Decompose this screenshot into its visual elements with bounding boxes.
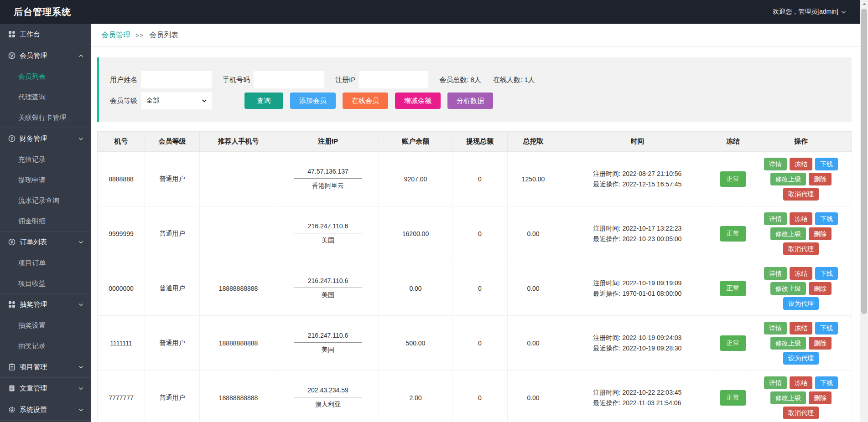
member-icon xyxy=(8,52,16,59)
sidebar-item-project-management[interactable]: 项目管理 xyxy=(0,356,91,377)
detail-button[interactable]: 详情 xyxy=(764,322,787,335)
change-parent-button[interactable]: 修改上级 xyxy=(770,227,806,240)
register-ip-input[interactable] xyxy=(359,71,428,88)
phone-input[interactable] xyxy=(254,71,324,88)
change-parent-button[interactable]: 修改上级 xyxy=(770,391,806,404)
sidebar-item-system-settings[interactable]: 系统设置 xyxy=(0,399,91,420)
freeze-status-button[interactable]: 正常 xyxy=(720,281,746,296)
scroll-up-arrow-icon[interactable] xyxy=(860,0,868,8)
register-time: 注册时间: 2022-08-27 21:10:56 xyxy=(593,169,682,179)
freeze-button[interactable]: 冻结 xyxy=(790,322,812,335)
user-menu[interactable]: 欢迎您，管理员[admin] xyxy=(773,8,847,16)
sidebar-item-withdraw-requests[interactable]: 提现申请 xyxy=(0,170,91,190)
cell-balance: 9207.00 xyxy=(379,152,452,206)
ip-location: 美国 xyxy=(294,346,362,354)
cell-total-mined: 0.00 xyxy=(508,371,559,422)
change-parent-button[interactable]: 修改上级 xyxy=(770,282,806,295)
chevron-down-icon xyxy=(841,9,847,15)
sidebar-item-lottery-management[interactable]: 抽奖管理 xyxy=(0,294,91,315)
breadcrumb-parent-link[interactable]: 会员管理 xyxy=(101,31,130,40)
offline-button[interactable]: 下线 xyxy=(815,158,838,170)
cell-member-level: 普通用户 xyxy=(145,316,200,371)
sidebar-item-agent-query[interactable]: 代理查询 xyxy=(0,87,91,107)
cell-referrer-phone: 18888888888 xyxy=(200,371,277,422)
set-agent-button[interactable]: 设为代理 xyxy=(783,297,819,310)
ip-block: 216.247.110.6美国 xyxy=(294,222,362,245)
cancel-agent-button[interactable]: 取消代理 xyxy=(783,242,819,255)
detail-button[interactable]: 详情 xyxy=(764,158,787,170)
username-field: 用户姓名 xyxy=(110,71,212,88)
sidebar-item-order-list[interactable]: 订单列表 xyxy=(0,232,91,252)
cell-referrer-phone: 18888888888 xyxy=(200,316,277,371)
detail-button[interactable]: 详情 xyxy=(764,376,787,389)
adjust-balance-button[interactable]: 增减余额 xyxy=(395,93,441,109)
cell-freeze: 正常 xyxy=(716,371,750,422)
cell-withdraw-total: 0 xyxy=(452,316,508,371)
delete-button[interactable]: 删除 xyxy=(809,391,832,404)
freeze-status-button[interactable]: 正常 xyxy=(720,335,746,351)
sidebar-item-lottery-settings[interactable]: 抽奖设置 xyxy=(0,315,91,335)
sidebar-item-bank-card-management[interactable]: 关联银行卡管理 xyxy=(0,107,91,128)
detail-button[interactable]: 详情 xyxy=(764,267,787,280)
freeze-button[interactable]: 冻结 xyxy=(790,376,812,389)
member-level-selected-value: 全部 xyxy=(146,97,159,105)
cancel-agent-button[interactable]: 取消代理 xyxy=(783,407,819,419)
cell-total-mined: 0.00 xyxy=(508,261,559,316)
delete-button[interactable]: 删除 xyxy=(809,227,832,240)
action-button-row: 取消代理 xyxy=(757,405,845,420)
sidebar-item-commission-details[interactable]: 佣金明细 xyxy=(0,211,91,231)
offline-button[interactable]: 下线 xyxy=(815,212,838,225)
delete-button[interactable]: 删除 xyxy=(809,282,832,295)
cell-phone: 1111111 xyxy=(98,316,145,371)
set-agent-button[interactable]: 设为代理 xyxy=(783,352,819,365)
sidebar-item-finance-management[interactable]: 财务管理 xyxy=(0,128,91,149)
analyze-data-button[interactable]: 分析数据 xyxy=(447,93,493,109)
vertical-scrollbar[interactable] xyxy=(860,0,868,422)
column-header: 时间 xyxy=(559,132,716,152)
freeze-button[interactable]: 冻结 xyxy=(790,212,812,225)
sidebar-item-project-orders[interactable]: 项目订单 xyxy=(0,252,91,273)
settings-icon xyxy=(8,406,16,413)
search-button[interactable]: 查询 xyxy=(244,93,283,109)
change-parent-button[interactable]: 修改上级 xyxy=(770,337,806,350)
freeze-status-button[interactable]: 正常 xyxy=(720,390,746,406)
offline-button[interactable]: 下线 xyxy=(815,322,838,335)
offline-button[interactable]: 下线 xyxy=(815,267,838,280)
sidebar-item-member-list[interactable]: 会员列表 xyxy=(0,66,91,87)
chevron-down-icon xyxy=(201,98,208,104)
sidebar-item-recharge-records[interactable]: 充值记录 xyxy=(0,149,91,170)
phone-label: 手机号码 xyxy=(223,76,250,84)
sidebar-item-article-management[interactable]: 文章管理 xyxy=(0,378,91,399)
delete-button[interactable]: 删除 xyxy=(809,173,832,185)
sidebar-item-member-management[interactable]: 会员管理 xyxy=(0,45,91,66)
add-member-button[interactable]: 添加会员 xyxy=(290,93,336,109)
sidebar-item-transaction-records-query[interactable]: 流水记录查询 xyxy=(0,190,91,211)
freeze-status-button[interactable]: 正常 xyxy=(720,226,746,242)
sidebar-item-project-earnings[interactable]: 项目收益 xyxy=(0,273,91,293)
scrollbar-thumb[interactable] xyxy=(861,9,867,314)
sidebar-item-label: 项目管理 xyxy=(20,363,78,371)
table-row: 0000000普通用户18888888888216.247.110.6美国0.0… xyxy=(98,261,852,316)
freeze-button[interactable]: 冻结 xyxy=(790,158,812,170)
delete-button[interactable]: 删除 xyxy=(809,337,832,350)
column-header: 提现总额 xyxy=(452,132,508,152)
username-input[interactable] xyxy=(141,71,212,88)
project-icon xyxy=(8,363,16,371)
chevron-up-icon xyxy=(78,53,84,59)
freeze-status-button[interactable]: 正常 xyxy=(720,171,746,187)
cancel-agent-button[interactable]: 取消代理 xyxy=(783,188,819,201)
sidebar-item-workbench[interactable]: 工作台 xyxy=(0,24,91,45)
change-parent-button[interactable]: 修改上级 xyxy=(770,173,806,185)
member-level-select[interactable]: 全部 xyxy=(141,92,212,109)
detail-button[interactable]: 详情 xyxy=(764,212,787,225)
time-block: 注册时间: 2022-08-27 21:10:56最近操作: 2022-12-1… xyxy=(593,169,682,190)
sidebar-group-system-settings: 系统设置 xyxy=(0,399,91,421)
article-icon xyxy=(8,385,16,392)
freeze-button[interactable]: 冻结 xyxy=(790,267,812,280)
offline-button[interactable]: 下线 xyxy=(815,376,838,389)
online-members-button[interactable]: 在线会员 xyxy=(343,93,388,109)
action-buttons: 详情冻结下线修改上级删除取消代理 xyxy=(757,208,845,259)
cell-phone: 0000000 xyxy=(98,261,145,316)
sidebar-group-lottery-management: 抽奖管理抽奖设置抽奖记录 xyxy=(0,294,91,356)
sidebar-item-lottery-records[interactable]: 抽奖记录 xyxy=(0,335,91,356)
